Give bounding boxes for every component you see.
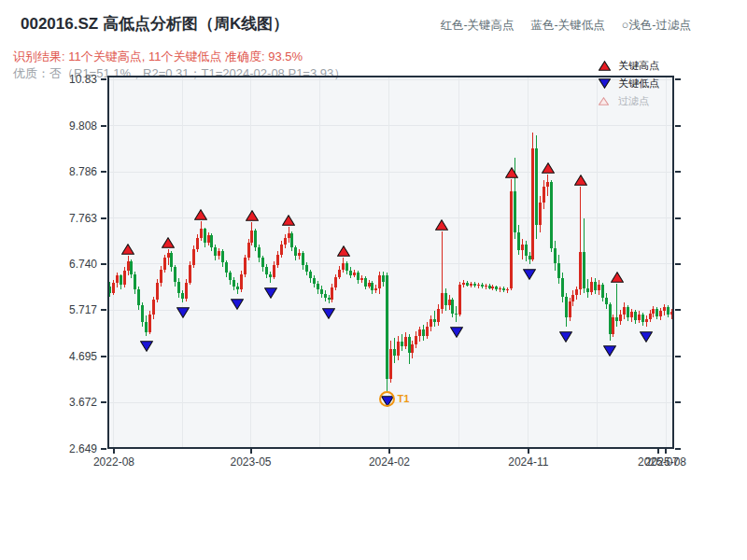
y-tick-label: 8.786 [49,165,97,178]
candle-body [514,191,516,231]
y-axis-tick-right [675,217,681,219]
candle-body [156,283,159,300]
legend-filtered-text: ○浅色-过滤点 [622,19,691,32]
candle-body [619,315,622,321]
candle-body [236,287,239,289]
candle-body [294,247,297,257]
filtered-triangle-icon [599,97,612,105]
y-axis-tick-right [675,125,681,127]
candle-body [655,309,658,316]
y-axis-tick-right [675,171,681,173]
y-axis-tick [101,125,106,127]
candle-body [571,295,574,301]
candle-body [401,342,403,346]
legend-item-key-high: 关键高点 [599,57,659,75]
gridline-x [319,76,320,449]
candle-body [451,300,454,313]
candle-body [554,248,557,264]
key-low-marker [640,329,653,341]
y-tick-label: 4.695 [49,350,97,363]
candle-body [473,284,476,286]
candle-body [134,274,136,289]
candle-body [250,231,253,243]
candle-body [360,278,363,280]
x-axis-tick [665,449,667,454]
candle-body [638,315,641,320]
candle-body [349,271,352,275]
key-low-marker [322,306,335,317]
candle-body [218,251,220,256]
candle-body [302,253,304,265]
candle-body [331,287,333,300]
candle-body [521,245,524,250]
candle-body [641,315,644,322]
candle-body [605,298,608,304]
candle-body [565,297,568,318]
candle-body [353,273,356,275]
candle-body [221,251,224,262]
candle-body [441,293,444,309]
candle-body [273,265,275,277]
candle-body [583,252,585,288]
key-low-marker [523,267,536,278]
key-low-marker [140,339,153,350]
x-tick-label: 2023-05 [221,455,281,469]
key-high-marker [282,213,295,224]
y-axis-tick [101,263,106,265]
y-axis-tick-right [675,401,681,403]
candle-body [364,278,367,286]
candle-body [254,231,257,246]
candle-body [594,282,597,291]
x-tick-label: 2025-08 [636,455,696,469]
candle-body [342,263,345,270]
key-low-marker [231,297,244,308]
x-axis-tick [113,449,115,454]
candle-body [229,273,232,280]
candle-body [543,187,545,203]
key-low-marker [176,305,190,316]
candle-body [422,329,425,335]
candle-body [324,294,327,298]
candle-body [546,182,549,187]
candle-body [317,284,319,289]
key-high-marker [162,235,175,246]
key-high-marker [505,165,518,176]
candle-body [181,293,184,299]
y-axis-tick-right [675,309,681,311]
gridline-x [458,76,459,449]
candle-body [612,317,614,334]
candle-body [196,238,199,249]
candle-body [298,253,301,256]
candle-body [269,274,272,277]
candle-body [141,305,144,322]
candle-body [309,272,312,279]
candle-body [418,329,421,335]
candle-body [280,245,283,255]
page-title: 002016.SZ 高低点分析图（周K线图） [21,13,289,35]
candle-body [502,288,505,291]
candle-body [458,285,461,315]
y-axis-tick-right [675,263,681,265]
candle-body [462,283,465,285]
key-high-marker [611,270,624,281]
candle-body [160,270,162,283]
candle-body [477,285,480,286]
candle-body [649,314,652,319]
candle-body [313,278,316,284]
legend-label: 关键低点 [618,77,659,91]
candle-body [455,314,458,315]
candle-body [240,274,243,289]
candle-body [345,263,348,271]
key-high-marker [574,173,587,184]
candle-body [338,270,341,277]
candle-body [200,229,203,238]
y-axis-tick [101,171,106,173]
candle-body [130,261,133,274]
candle-body [598,285,600,290]
candle-body [204,229,206,242]
candle-body [630,312,633,317]
candle-body [378,275,381,288]
gridline-y [107,448,674,449]
candle-body [163,258,166,270]
candle-body [371,283,374,290]
